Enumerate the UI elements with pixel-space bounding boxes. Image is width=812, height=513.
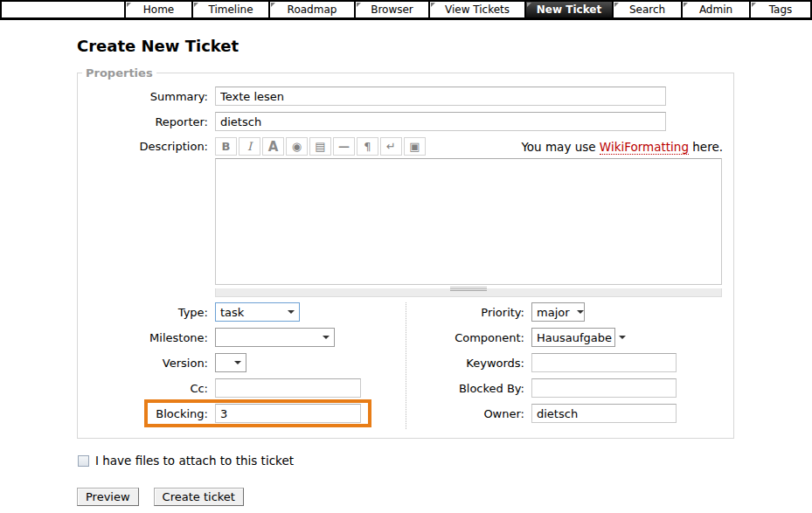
- keywords-input[interactable]: [531, 353, 677, 372]
- properties-legend: Properties: [82, 66, 156, 80]
- nav-tab-label: Timeline: [208, 3, 253, 16]
- nav-tab-label: Home: [143, 3, 174, 16]
- priority-row: Priority: major: [406, 302, 733, 322]
- blocked-by-input[interactable]: [531, 378, 677, 398]
- properties-fieldset: Properties Summary: Reporter: Descriptio…: [77, 66, 734, 439]
- version-row: Version:: [78, 353, 406, 372]
- line-break-icon[interactable]: ↵: [380, 137, 402, 156]
- type-select-value: task: [220, 306, 244, 319]
- nav-tab-tags[interactable]: Tags: [751, 2, 810, 17]
- owner-label: Owner:: [406, 407, 531, 420]
- hint-suffix: here.: [689, 140, 723, 154]
- milestone-row: Milestone:: [78, 328, 406, 347]
- description-label: Description:: [78, 140, 215, 153]
- owner-row: Owner:: [406, 404, 733, 423]
- create-ticket-button[interactable]: Create ticket: [154, 488, 244, 506]
- milestone-label: Milestone:: [78, 331, 215, 344]
- dropdown-arrow-icon: [619, 336, 626, 339]
- tab-corner-icon: [357, 3, 361, 7]
- nav-tab-label: Roadmap: [288, 3, 337, 16]
- wiki-formatting-hint: You may use WikiFormatting here.: [521, 140, 723, 154]
- summary-input[interactable]: [215, 87, 666, 106]
- italic-icon[interactable]: I: [239, 137, 260, 156]
- nav-tab-label: View Tickets: [445, 3, 510, 16]
- summary-row: Summary:: [78, 87, 733, 106]
- attach-files-label: I have files to attach to this ticket: [95, 454, 294, 468]
- priority-select-value: major: [537, 306, 570, 319]
- nav-tab-new-ticket[interactable]: New Ticket: [526, 2, 612, 17]
- hint-prefix: You may use: [521, 140, 599, 154]
- nav-tab-label: New Ticket: [537, 3, 601, 16]
- component-label: Component:: [406, 331, 531, 344]
- description-editor-row: [78, 158, 733, 297]
- nav-tab-label: Search: [629, 3, 665, 16]
- bold-icon[interactable]: B: [215, 137, 237, 156]
- cc-label: Cc:: [78, 382, 215, 395]
- reporter-label: Reporter:: [78, 115, 215, 128]
- dropdown-arrow-icon: [577, 310, 584, 314]
- nav-left-spacer: [2, 2, 124, 17]
- attach-files-checkbox[interactable]: [78, 455, 89, 467]
- nav-tab-roadmap[interactable]: Roadmap: [270, 2, 354, 17]
- keywords-label: Keywords:: [406, 357, 531, 370]
- heading-icon[interactable]: A: [262, 137, 284, 156]
- description-textarea[interactable]: [215, 158, 722, 285]
- tab-corner-icon: [271, 3, 275, 7]
- description-row: Description: B I A ◉ ▤ — ¶ ↵ ▣ You may u…: [78, 137, 733, 156]
- nav-tab-label: Browser: [371, 3, 413, 16]
- blocked-by-row: Blocked By:: [406, 378, 733, 398]
- horizontal-rule-icon[interactable]: —: [333, 137, 355, 156]
- preview-button[interactable]: Preview: [77, 488, 139, 506]
- nav-tab-admin[interactable]: Admin: [683, 2, 749, 17]
- tab-corner-icon: [614, 3, 619, 7]
- nav-tab-search[interactable]: Search: [614, 2, 681, 17]
- type-row: Type: task: [78, 302, 406, 322]
- milestone-select[interactable]: [215, 328, 335, 347]
- wiki-formatting-link[interactable]: WikiFormatting: [600, 140, 689, 155]
- nav-tab-timeline[interactable]: Timeline: [193, 2, 268, 17]
- type-select[interactable]: task: [215, 302, 300, 322]
- blocking-input[interactable]: [215, 404, 361, 423]
- nav-tab-home[interactable]: Home: [126, 2, 191, 17]
- link-globe-icon[interactable]: ◉: [286, 137, 308, 156]
- action-buttons: Preview Create ticket: [77, 488, 812, 506]
- description-editor: [215, 158, 722, 297]
- tab-corner-icon: [127, 3, 131, 7]
- dropdown-arrow-icon: [234, 361, 241, 364]
- type-label: Type:: [78, 306, 215, 319]
- owner-input[interactable]: [531, 404, 677, 423]
- nav-tab-label: Admin: [699, 3, 732, 16]
- image-icon[interactable]: ▣: [404, 137, 426, 156]
- reporter-input[interactable]: [215, 112, 666, 131]
- version-select[interactable]: [215, 353, 246, 372]
- component-select-value: Hausaufgabe: [537, 331, 612, 344]
- code-block-icon[interactable]: ▤: [309, 137, 331, 156]
- property-columns: Type: task Milestone: Version: Cc: Block…: [78, 302, 733, 429]
- version-label: Version:: [78, 357, 215, 370]
- main-navigation: Home Timeline Roadmap Browser View Ticke…: [0, 0, 812, 20]
- textarea-resize-handle[interactable]: [215, 288, 722, 297]
- new-paragraph-icon[interactable]: ¶: [357, 137, 378, 156]
- component-row: Component: Hausaufgabe: [406, 328, 733, 347]
- tab-corner-icon: [431, 3, 435, 7]
- tab-corner-icon: [684, 3, 688, 7]
- nav-tab-label: Tags: [769, 3, 793, 16]
- blocking-label: Blocking:: [78, 407, 215, 420]
- blocking-row: Blocking:: [78, 404, 406, 423]
- nav-tab-browser[interactable]: Browser: [356, 2, 428, 17]
- tab-corner-icon: [194, 3, 198, 7]
- page-title: Create New Ticket: [77, 37, 812, 55]
- nav-tab-view-tickets[interactable]: View Tickets: [430, 2, 524, 17]
- component-select[interactable]: Hausaufgabe: [531, 328, 615, 347]
- priority-select[interactable]: major: [531, 302, 585, 322]
- blocked-by-label: Blocked By:: [406, 382, 531, 395]
- keywords-row: Keywords:: [406, 353, 733, 372]
- cc-input[interactable]: [215, 378, 361, 398]
- dropdown-arrow-icon: [323, 336, 330, 339]
- attachment-row: I have files to attach to this ticket: [78, 454, 812, 468]
- left-column: Type: task Milestone: Version: Cc: Block…: [78, 302, 406, 429]
- resize-grip-icon: [450, 288, 487, 289]
- cc-row: Cc:: [78, 378, 406, 398]
- tab-corner-icon: [752, 3, 756, 7]
- tab-corner-icon: [527, 3, 531, 7]
